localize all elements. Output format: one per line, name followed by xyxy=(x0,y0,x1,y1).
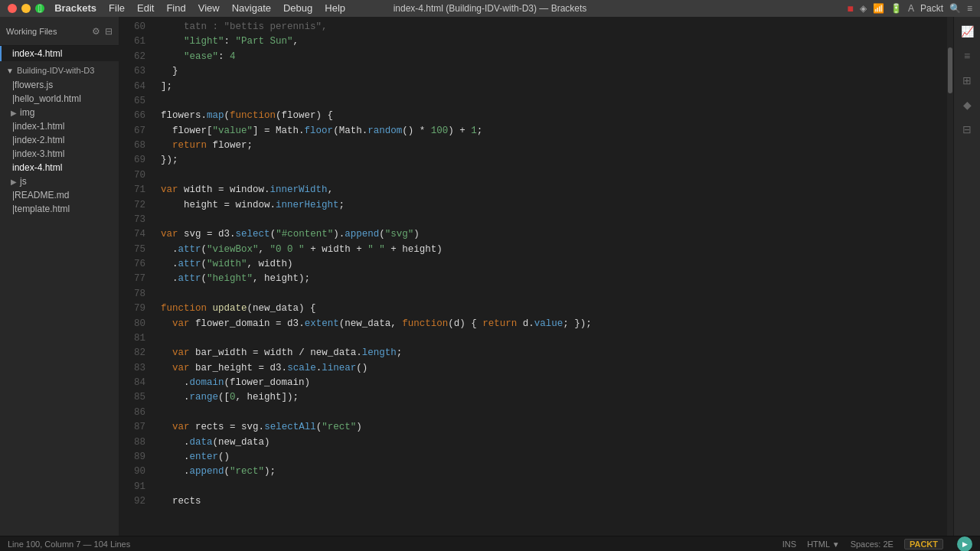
menu-edit[interactable]: Edit xyxy=(137,2,154,15)
menu-navigate[interactable]: Navigate xyxy=(232,2,271,15)
close-button[interactable] xyxy=(8,4,17,13)
file-item-index-4.html[interactable]: index-4.html xyxy=(0,161,119,174)
line-number: 70 xyxy=(119,168,145,183)
code-line xyxy=(161,331,953,346)
code-line: var bar_width = width / new_data.length; xyxy=(161,346,953,360)
code-content[interactable]: tatn : "bettis perennis", "light": "Part… xyxy=(153,17,953,536)
list-icon[interactable]: ≡ xyxy=(967,3,972,14)
line-number: 75 xyxy=(119,243,145,257)
right-panel: 📈 ≡ ⊞ ◆ ⊟ xyxy=(953,17,980,536)
line-number: 67 xyxy=(119,124,145,139)
line-number: 83 xyxy=(119,361,145,376)
code-line: var width = window.innerWidth, xyxy=(161,183,953,197)
hamburger-icon[interactable]: ≡ xyxy=(956,44,978,67)
main-layout: Working Files ⚙ ⊟ index-4.html ▼ Buildin… xyxy=(0,17,980,536)
file-item-index-3.html[interactable]: |index-3.html xyxy=(0,147,119,161)
code-line: .attr("height", height); xyxy=(161,272,953,286)
code-line: function update(new_data) { xyxy=(161,302,953,316)
window-title: index-4.html (Building-IDV-with-D3) — Br… xyxy=(394,3,587,14)
project-arrow-icon: ▼ xyxy=(6,67,14,75)
file-item-index-2.html[interactable]: |index-2.html xyxy=(0,133,119,147)
editor-area: 6061626364656667686970717273747576777879… xyxy=(119,17,953,536)
line-number: 77 xyxy=(119,272,145,286)
project-name: Building-IDV-with-D3 xyxy=(17,66,94,75)
line-number: 81 xyxy=(119,331,145,346)
line-number: 74 xyxy=(119,227,145,242)
insert-mode[interactable]: INS xyxy=(782,540,796,549)
file-tree: |flowers.js|hello_world.html▶img|index-1… xyxy=(0,78,119,216)
line-number: 80 xyxy=(119,317,145,331)
code-line: height = window.innerHeight; xyxy=(161,198,953,213)
packt-text: Packt xyxy=(920,3,943,14)
line-chart-icon[interactable]: 📈 xyxy=(956,20,978,43)
code-line: var flower_domain = d3.extent(new_data, … xyxy=(161,317,953,331)
project-header[interactable]: ▼ Building-IDV-with-D3 xyxy=(0,61,119,78)
line-numbers: 6061626364656667686970717273747576777879… xyxy=(119,17,153,536)
sidebar: Working Files ⚙ ⊟ index-4.html ▼ Buildin… xyxy=(0,17,119,536)
statusbar: Line 100, Column 7 — 104 Lines INS HTML … xyxy=(0,536,980,551)
code-line: }); xyxy=(161,153,953,168)
file-item-index-1.html[interactable]: |index-1.html xyxy=(0,119,119,133)
scrollbar[interactable] xyxy=(947,17,953,536)
spaces-setting[interactable]: Spaces: 2E xyxy=(851,540,893,549)
menu-help[interactable]: Help xyxy=(325,2,345,15)
line-number: 68 xyxy=(119,139,145,153)
code-line: var rects = svg.selectAll("rect") xyxy=(161,420,953,435)
packt-logo-title: ■ xyxy=(847,2,853,15)
search-icon[interactable]: 🔍 xyxy=(949,3,961,14)
settings-icon[interactable]: ⚙ xyxy=(92,26,100,37)
menu-bar:  Brackets File Edit Find View Navigate … xyxy=(38,2,345,15)
line-number: 88 xyxy=(119,435,145,450)
line-number: 71 xyxy=(119,183,145,197)
folder-item-img[interactable]: ▶img xyxy=(0,106,119,119)
code-line: flower["value"] = Math.floor(Math.random… xyxy=(161,124,953,139)
language-mode[interactable]: HTML ▼ xyxy=(807,540,840,549)
menu-debug[interactable]: Debug xyxy=(283,2,312,15)
play-button[interactable] xyxy=(957,536,972,552)
line-number: 78 xyxy=(119,287,145,302)
line-number: 87 xyxy=(119,420,145,435)
minimize-button[interactable] xyxy=(21,4,31,13)
code-line: .range([0, height]); xyxy=(161,390,953,405)
folder-arrow-icon: ▶ xyxy=(11,178,17,186)
line-number: 92 xyxy=(119,494,145,509)
file-item-hello_world.html[interactable]: |hello_world.html xyxy=(0,92,119,106)
folder-name: img xyxy=(20,107,34,118)
working-files-label: Working Files xyxy=(6,27,87,36)
line-number: 60 xyxy=(119,20,145,34)
line-number: 76 xyxy=(119,257,145,272)
scrollbar-thumb[interactable] xyxy=(948,47,952,93)
split-view-icon[interactable]: ⊟ xyxy=(105,26,113,37)
mode-dropdown-icon[interactable]: ▼ xyxy=(832,540,840,549)
line-number: 65 xyxy=(119,94,145,109)
active-file-item[interactable]: index-4.html xyxy=(0,46,119,61)
menu-file[interactable]: File xyxy=(109,2,125,15)
menu-view[interactable]: View xyxy=(198,2,220,15)
line-number: 69 xyxy=(119,153,145,168)
line-number: 85 xyxy=(119,390,145,405)
layers-icon[interactable]: ⊟ xyxy=(956,118,978,141)
folder-item-js[interactable]: ▶js xyxy=(0,174,119,188)
titlebar:  Brackets File Edit Find View Navigate … xyxy=(0,0,980,17)
file-item-README.md[interactable]: |README.md xyxy=(0,188,119,202)
menu-find[interactable]: Find xyxy=(166,2,185,15)
code-line: .enter() xyxy=(161,450,953,465)
lozenge-icon[interactable]: ◆ xyxy=(956,93,978,116)
code-line: .append("rect"); xyxy=(161,465,953,479)
code-editor[interactable]: 6061626364656667686970717273747576777879… xyxy=(119,17,953,536)
app-name[interactable]: Brackets xyxy=(54,2,96,15)
line-number: 84 xyxy=(119,376,145,390)
code-line: .attr("viewBox", "0 0 " + width + " " + … xyxy=(161,243,953,257)
file-item-template.html[interactable]: |template.html xyxy=(0,202,119,216)
language-label: HTML xyxy=(807,540,830,549)
line-number: 79 xyxy=(119,302,145,316)
grid-icon[interactable]: ⊞ xyxy=(956,69,978,92)
keyboard-icon: A xyxy=(908,3,914,14)
code-line: "light": "Part Sun", xyxy=(161,34,953,49)
code-line: .data(new_data) xyxy=(161,435,953,450)
file-item-flowers.js[interactable]: |flowers.js xyxy=(0,78,119,92)
code-line: return flower; xyxy=(161,139,953,153)
cursor-position: Line 100, Column 7 — 104 Lines xyxy=(8,540,130,549)
apple-menu[interactable]:  xyxy=(38,2,42,15)
battery-icon: 🔋 xyxy=(890,3,902,14)
